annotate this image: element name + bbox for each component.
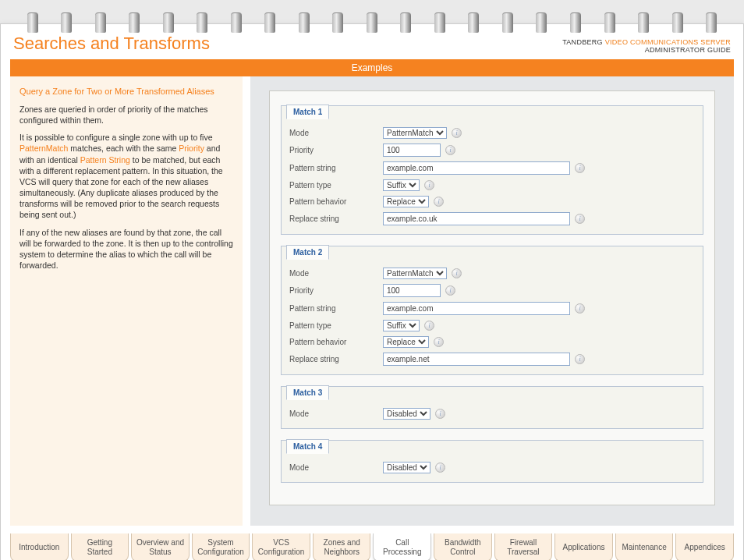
nav-tab-applications[interactable]: Applications xyxy=(554,533,613,560)
priority-input[interactable] xyxy=(383,144,441,157)
nav-tab-system-configuration[interactable]: SystemConfiguration xyxy=(192,533,250,560)
header-brand: TANDBERG VIDEO COMMUNICATIONS SERVER ADM… xyxy=(562,38,731,54)
label-pattern-behavior: Pattern behavior xyxy=(289,338,383,346)
priority-input[interactable] xyxy=(383,284,441,297)
config-panel: Match 1ModePatternMatchiPriorityiPattern… xyxy=(250,76,734,526)
info-icon[interactable]: i xyxy=(435,463,445,473)
label-pattern-string: Pattern string xyxy=(289,164,383,172)
paragraph: It is possible to configure a single zon… xyxy=(19,132,233,220)
nav-tab-vcs-configuration[interactable]: VCSConfiguration xyxy=(252,533,310,560)
info-icon[interactable]: i xyxy=(575,163,585,173)
mode-select[interactable]: PatternMatch xyxy=(383,268,447,279)
replace-string-input[interactable] xyxy=(383,212,570,225)
label-mode: Mode xyxy=(289,409,383,418)
example-heading: Query a Zone for Two or More Transformed… xyxy=(19,86,233,97)
match-block-3: Match 3ModeDisabledi xyxy=(281,386,703,429)
info-icon[interactable]: i xyxy=(575,354,585,364)
replace-string-input[interactable] xyxy=(383,353,570,366)
label-priority: Priority xyxy=(289,286,383,295)
label-replace-string: Replace string xyxy=(289,355,383,363)
info-icon[interactable]: i xyxy=(445,285,455,296)
spiral-binding xyxy=(0,0,744,27)
match-block-4: Match 4ModeDisabledi xyxy=(281,440,703,483)
page-title: Searches and Transforms xyxy=(13,34,210,54)
nav-tab-getting-started[interactable]: GettingStarted xyxy=(71,533,129,560)
info-icon[interactable]: i xyxy=(575,303,585,314)
label-mode: Mode xyxy=(289,129,383,137)
mode-select[interactable]: Disabled xyxy=(383,408,430,420)
label-pattern-type: Pattern type xyxy=(289,181,383,190)
pattern-type-select[interactable]: Suffix xyxy=(383,179,420,191)
nav-tab-maintenance[interactable]: Maintenance xyxy=(615,533,674,560)
info-icon[interactable]: i xyxy=(445,145,455,155)
nav-tab-introduction[interactable]: Introduction xyxy=(10,533,69,560)
nav-tab-appendices[interactable]: Appendices xyxy=(675,533,734,560)
paragraph: If any of the new aliases are found by t… xyxy=(19,227,233,271)
pattern-string-input[interactable] xyxy=(383,302,570,315)
link-priority[interactable]: Priority xyxy=(179,144,204,153)
match-block-2: Match 2ModePatternMatchiPriorityiPattern… xyxy=(281,246,703,375)
label-priority: Priority xyxy=(289,146,383,154)
match-tab: Match 4 xyxy=(286,439,329,454)
label-mode: Mode xyxy=(289,269,383,278)
nav-tab-call-processing[interactable]: CallProcessing xyxy=(373,533,431,560)
pattern-type-select[interactable]: Suffix xyxy=(383,320,420,331)
info-icon[interactable]: i xyxy=(424,180,434,190)
explanation-panel: Query a Zone for Two or More Transformed… xyxy=(10,76,243,526)
match-tab: Match 1 xyxy=(286,105,329,119)
nav-tab-bandwidth-control[interactable]: BandwidthControl xyxy=(434,533,492,560)
match-tab: Match 2 xyxy=(286,245,329,260)
mode-select[interactable]: Disabled xyxy=(383,462,430,473)
mode-select[interactable]: PatternMatch xyxy=(383,127,447,139)
nav-tab-firewall-traversal[interactable]: FirewallTraversal xyxy=(494,533,553,560)
label-replace-string: Replace string xyxy=(289,214,383,223)
label-mode: Mode xyxy=(289,463,383,472)
nav-tab-overview-and-status[interactable]: Overview andStatus xyxy=(131,533,190,560)
info-icon[interactable]: i xyxy=(424,321,434,331)
form-panel: Match 1ModePatternMatchiPriorityiPattern… xyxy=(269,90,715,505)
nav-tabs: IntroductionGettingStartedOverview andSt… xyxy=(1,533,743,560)
info-icon[interactable]: i xyxy=(452,128,462,138)
match-block-1: Match 1ModePatternMatchiPriorityiPattern… xyxy=(281,105,703,235)
link-pattern-string[interactable]: Pattern String xyxy=(80,155,130,165)
pattern-string-input[interactable] xyxy=(383,161,570,175)
info-icon[interactable]: i xyxy=(434,337,444,347)
label-pattern-behavior: Pattern behavior xyxy=(289,197,383,206)
info-icon[interactable]: i xyxy=(452,268,462,278)
link-patternmatch[interactable]: PatternMatch xyxy=(19,144,68,153)
label-pattern-type: Pattern type xyxy=(289,321,383,330)
info-icon[interactable]: i xyxy=(435,409,445,419)
match-tab: Match 3 xyxy=(286,385,329,400)
paragraph: Zones are queried in order of priority o… xyxy=(19,104,233,126)
nav-tab-zones-and-neighbors[interactable]: Zones andNeighbors xyxy=(313,533,371,560)
pattern-behavior-select[interactable]: Replace xyxy=(383,196,429,207)
pattern-behavior-select[interactable]: Replace xyxy=(383,336,429,348)
label-pattern-string: Pattern string xyxy=(289,304,383,313)
info-icon[interactable]: i xyxy=(575,214,585,224)
info-icon[interactable]: i xyxy=(434,197,444,207)
section-bar: Examples xyxy=(10,59,734,76)
